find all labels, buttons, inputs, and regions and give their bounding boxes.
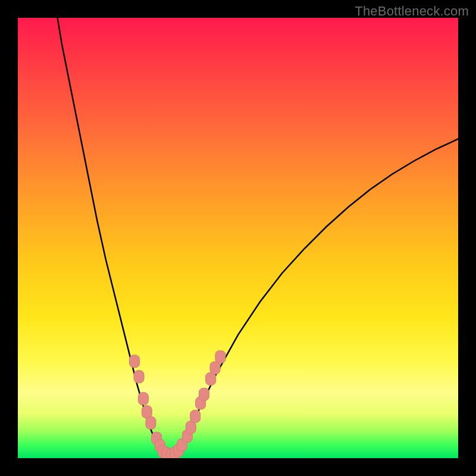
watermark-text: TheBottleneck.com xyxy=(355,4,469,19)
data-marker xyxy=(206,372,216,385)
plot-area xyxy=(18,18,458,458)
data-marker xyxy=(215,350,226,363)
data-marker xyxy=(190,410,201,422)
data-marker xyxy=(130,355,140,368)
data-marker xyxy=(210,362,220,374)
bottleneck-curve xyxy=(58,18,458,455)
data-marker xyxy=(146,416,156,429)
chart-frame: TheBottleneck.com xyxy=(0,0,476,476)
data-marker xyxy=(142,406,152,418)
data-marker xyxy=(138,393,148,405)
data-marker xyxy=(199,388,209,400)
data-marker xyxy=(186,421,196,434)
data-marker xyxy=(134,371,144,383)
chart-svg xyxy=(18,18,458,458)
